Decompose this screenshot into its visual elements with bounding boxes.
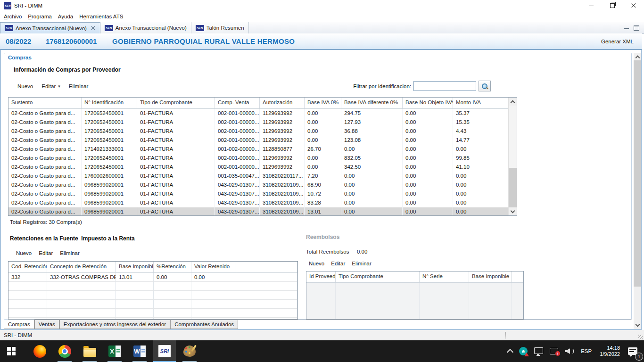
table-row[interactable]: 02-Costo o Gasto para d...17206524500010… bbox=[8, 127, 517, 136]
taskbar-sri-dimm[interactable]: SRi bbox=[153, 340, 176, 362]
column-header[interactable]: Valor Retenido bbox=[191, 262, 236, 272]
table-row[interactable] bbox=[8, 291, 297, 300]
tray-volume[interactable] bbox=[561, 340, 578, 362]
table-row[interactable]: 02-Costo o Gasto para d...17206524500010… bbox=[8, 136, 517, 145]
table-row[interactable]: 02-Costo o Gasto para d...09685990200010… bbox=[8, 198, 517, 207]
eliminar-button[interactable]: Eliminar bbox=[352, 261, 372, 266]
notifications-button[interactable]: 1 bbox=[625, 340, 644, 362]
table-row[interactable] bbox=[8, 282, 297, 291]
column-header[interactable]: Base No Objeto IVA bbox=[403, 98, 453, 108]
column-header[interactable]: %Retención bbox=[154, 262, 191, 272]
table-cell bbox=[154, 282, 191, 290]
taskbar-paint[interactable] bbox=[178, 340, 201, 362]
scroll-down-icon[interactable] bbox=[509, 207, 517, 215]
editor-tab-bar: SRi Anexo Transaccional (Nuevo) SRi Anex… bbox=[0, 22, 644, 34]
editar-button[interactable]: Editar▾ bbox=[41, 83, 60, 89]
scroll-up-icon[interactable] bbox=[509, 98, 517, 106]
table-row[interactable]: 02-Costo o Gasto para d...09685990200010… bbox=[8, 189, 517, 198]
chevron-down-icon[interactable]: ▾ bbox=[58, 84, 60, 89]
table-row[interactable]: 02-Costo o Gasto para d...09685990200010… bbox=[8, 181, 517, 189]
column-header[interactable]: Base IVA diferente 0% bbox=[341, 98, 403, 108]
column-header[interactable]: N° Serie bbox=[420, 272, 469, 282]
editar-button[interactable]: Editar bbox=[39, 250, 53, 256]
table-cell: 002-001-00000... bbox=[215, 127, 260, 136]
nuevo-button[interactable]: Nuevo bbox=[17, 83, 33, 89]
tray-antivirus[interactable]: e bbox=[516, 340, 531, 362]
start-button[interactable] bbox=[0, 340, 23, 362]
column-header[interactable]: Tipo de Comprobante bbox=[137, 98, 215, 108]
taskbar-word[interactable]: W bbox=[128, 340, 151, 362]
column-header[interactable]: Concepto de Retención bbox=[47, 262, 116, 272]
table-row[interactable]: 02-Costo o Gasto para d...17206524500010… bbox=[8, 109, 517, 118]
resize-grip-icon[interactable] bbox=[638, 335, 643, 339]
taskbar-firefox[interactable] bbox=[28, 340, 51, 362]
menu-archivo[interactable]: Archivo bbox=[4, 12, 26, 21]
table-row[interactable]: 02-Costo o Gasto para d...17206524500010… bbox=[8, 118, 517, 127]
page-scrollbar[interactable] bbox=[634, 53, 641, 329]
nuevo-button[interactable]: Nuevo bbox=[16, 250, 32, 256]
taskbar-excel[interactable]: X bbox=[103, 340, 126, 362]
table-row[interactable]: 02-Costo o Gasto para d...17206524500010… bbox=[8, 154, 517, 163]
table-row[interactable]: 02-Costo o Gasto para d...17600026000010… bbox=[8, 172, 517, 181]
bottom-tab-ventas[interactable]: Ventas bbox=[34, 320, 59, 329]
table-scrollbar[interactable] bbox=[508, 98, 517, 215]
column-header[interactable]: Base IVA 0% bbox=[305, 98, 341, 108]
clock[interactable]: 14:18 1/9/2022 bbox=[595, 345, 625, 357]
view-maximize-icon[interactable] bbox=[634, 25, 639, 31]
column-header[interactable]: Id Proveedor bbox=[306, 272, 336, 282]
tab-anexo-transaccional-2[interactable]: SRi Anexo Transaccional (Nuevo) bbox=[100, 22, 191, 33]
bottom-tab-compras[interactable]: Compras bbox=[4, 320, 34, 329]
menu-programa[interactable]: Programa bbox=[28, 12, 56, 21]
bottom-tab-exportaciones[interactable]: Exportaciones y otros ingresos del exter… bbox=[59, 320, 170, 329]
scroll-up-icon[interactable] bbox=[634, 53, 641, 61]
table-cell: 0.00 bbox=[341, 145, 403, 154]
table-cell bbox=[47, 309, 116, 317]
tray-network[interactable] bbox=[531, 340, 546, 362]
table-row[interactable]: 332332-OTRAS COMPRAS DE BIE...13.010.000… bbox=[8, 273, 297, 282]
tab-close-icon[interactable] bbox=[91, 25, 96, 31]
scroll-down-icon[interactable] bbox=[634, 321, 641, 329]
column-header[interactable]: Sustento bbox=[8, 98, 82, 108]
tab-talon-resumen[interactable]: SRi Talón Resumen bbox=[191, 22, 249, 33]
table-row[interactable]: 02-Costo o Gasto para d...09685990200010… bbox=[8, 207, 517, 216]
column-header[interactable]: Base Imponible bbox=[116, 262, 154, 272]
table-row[interactable]: 02-Costo o Gasto para d...17206524500010… bbox=[8, 163, 517, 172]
bottom-tab-comprobantes-anulados[interactable]: Comprobantes Anulados bbox=[170, 320, 238, 329]
column-header[interactable]: Autorización bbox=[260, 98, 305, 108]
table-cell: 332 bbox=[8, 273, 47, 281]
taskbar-chrome[interactable] bbox=[53, 340, 76, 362]
column-header[interactable]: Tipo Comprobante bbox=[336, 272, 420, 282]
editar-button[interactable]: Editar bbox=[331, 261, 345, 266]
tab-anexo-transaccional-1[interactable]: SRi Anexo Transaccional (Nuevo) bbox=[0, 22, 100, 33]
tray-display-alert[interactable]: ! bbox=[546, 340, 561, 362]
close-button[interactable] bbox=[623, 0, 644, 11]
column-header[interactable]: N° Identificación bbox=[82, 98, 137, 108]
eliminar-button[interactable]: Eliminar bbox=[69, 83, 89, 89]
nuevo-button[interactable]: Nuevo bbox=[309, 261, 324, 266]
column-header[interactable]: Cod. Retención bbox=[8, 262, 47, 272]
view-minimize-icon[interactable] bbox=[624, 27, 629, 29]
table-cell bbox=[236, 282, 297, 290]
language-indicator[interactable]: ESP bbox=[578, 340, 595, 362]
generar-xml-button[interactable]: Generar XML bbox=[601, 39, 634, 44]
taskbar-file-explorer[interactable] bbox=[78, 340, 101, 362]
table-row[interactable] bbox=[8, 300, 297, 309]
search-button[interactable] bbox=[479, 81, 491, 91]
column-header[interactable]: Comp. Venta bbox=[215, 98, 260, 108]
table-row[interactable]: 02-Costo o Gasto para d...17149213330010… bbox=[8, 145, 517, 154]
menu-ayuda[interactable]: Ayuda bbox=[58, 12, 77, 21]
minimize-button[interactable] bbox=[580, 0, 602, 11]
column-header[interactable]: Monto IVA bbox=[453, 98, 509, 108]
menu-herramientas-ats[interactable]: Herramientas ATS bbox=[79, 12, 127, 21]
table-cell: 4.43 bbox=[453, 127, 509, 136]
scrollbar-thumb[interactable] bbox=[509, 168, 517, 208]
eliminar-button[interactable]: Eliminar bbox=[60, 250, 80, 256]
column-header[interactable]: Base Imponible bbox=[469, 272, 512, 282]
filter-input[interactable] bbox=[413, 81, 476, 91]
display-icon: ! bbox=[550, 348, 558, 354]
tray-expand-button[interactable] bbox=[504, 340, 516, 362]
table-row[interactable] bbox=[8, 309, 297, 318]
menu-label-part: A bbox=[4, 14, 8, 19]
restore-button[interactable] bbox=[602, 0, 623, 11]
scrollbar-thumb[interactable] bbox=[634, 60, 641, 287]
